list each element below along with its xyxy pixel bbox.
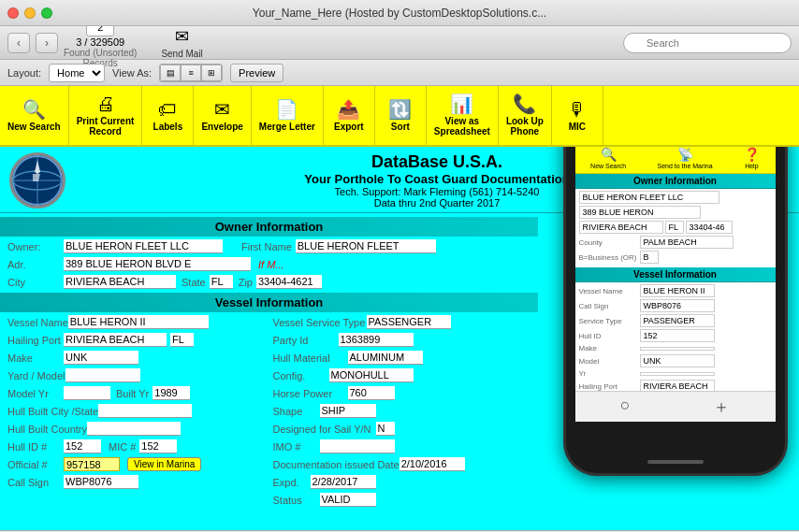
mail-icon[interactable]: ✉ <box>175 26 189 47</box>
adr-row: Adr. 389 BLUE HERON BLVD E If M... <box>7 257 530 271</box>
shape-label: Shape <box>273 406 320 417</box>
nav-forward-button[interactable]: › <box>36 33 58 53</box>
owner-value: BLUE HERON FLEET LLC <box>64 239 223 253</box>
sort-button[interactable]: 🔃 Sort <box>375 86 427 145</box>
phone-owner-name-row: BLUE HERON FLEET LLC <box>579 191 772 204</box>
make-value: UNK <box>64 351 138 365</box>
hull-country-row: Hull Built Country <box>7 422 266 436</box>
hull-country-value <box>87 422 181 436</box>
imo-row: IMO # <box>273 439 531 453</box>
spreadsheet-button[interactable]: 📊 View asSpreadsheet <box>427 86 499 145</box>
maximize-button[interactable] <box>41 7 52 19</box>
official-value: 957158 <box>64 457 120 471</box>
phone-vol-up-button <box>563 147 566 151</box>
phone-owner-city: RIVIERA BEACH <box>579 221 663 234</box>
owner-row: Owner: BLUE HERON FLEET LLC First Name B… <box>7 239 530 253</box>
view-as-label: View As: <box>112 67 152 79</box>
phone-home-indicator[interactable] <box>647 460 704 464</box>
yard-label: Yard / Model <box>7 370 65 381</box>
city-value: RIVIERA BEACH <box>64 275 176 289</box>
phone-make-label: Make <box>579 344 640 352</box>
model-yr-row: Model Yr Built Yr 1989 <box>7 386 266 400</box>
phone-make-value <box>640 347 715 351</box>
found-sub-text: Found (Unsorted) <box>64 48 137 58</box>
phone-owner-adr-row: 389 BLUE HERON <box>579 206 772 219</box>
logo-circle <box>9 152 65 208</box>
hull-id-row: Hull ID # 152 MIC # 152 <box>7 439 266 453</box>
built-yr-value: 1989 <box>153 386 190 400</box>
layout-select[interactable]: Home <box>49 64 105 82</box>
export-icon: 📤 <box>337 100 360 119</box>
preview-button[interactable]: Preview <box>230 64 283 82</box>
built-yr-label: Built Yr <box>116 388 149 399</box>
nav-back-button[interactable]: ‹ <box>7 33 30 53</box>
search-wrapper: 🔍 <box>623 33 792 53</box>
export-button[interactable]: 📤 Export <box>324 86 375 145</box>
hull-material-label: Hull Material <box>273 352 348 364</box>
first-name-value: BLUE HERON FLEET <box>296 239 436 253</box>
vessel-service-row: Vessel Service Type PASSENGER <box>273 315 531 329</box>
phone-send-marina-button[interactable]: 📡 Send to the Marina <box>657 147 712 169</box>
adr-value: 389 BLUE HERON BLVD E <box>64 257 251 271</box>
close-button[interactable] <box>7 7 19 19</box>
phone-toolbar: 🔍 New Search 📡 Send to the Marina ❓ Help <box>575 147 776 174</box>
hailing-port-label: Hailing Port <box>7 335 64 346</box>
logo-area <box>9 152 65 208</box>
mic-button[interactable]: 🎙 MIC <box>552 86 603 145</box>
send-mail-group: ✉ Send Mail <box>161 26 202 59</box>
phone-callsign-row: Call Sign WBP8076 <box>579 299 772 312</box>
minimize-button[interactable] <box>24 7 36 19</box>
toolbar-row1: ‹ › 3 / 329509 Found (Unsorted) Records … <box>0 26 799 60</box>
expd-row: Expd. 2/28/2017 <box>273 475 531 489</box>
sort-label: Sort <box>391 122 410 132</box>
config-row: Config. MONOHULL <box>273 368 531 382</box>
party-id-row: Party Id 1363899 <box>273 333 531 347</box>
party-id-value: 1363899 <box>339 333 414 347</box>
view-table-button[interactable]: ⊞ <box>201 65 222 81</box>
make-label: Make <box>7 352 64 364</box>
merge-label: Merge Letter <box>259 122 315 132</box>
main-content: DataBase U.S.A. Your Porthole To Coast G… <box>0 147 799 530</box>
phone-yr-value <box>640 372 715 376</box>
phone-owner-zip: 33404-46 <box>686 221 733 234</box>
phone-new-search-label: New Search <box>590 163 626 169</box>
first-name-label: First Name <box>241 241 292 252</box>
view-in-marina-button[interactable]: View in Marina <box>127 457 201 471</box>
view-list-button[interactable]: ≡ <box>181 65 201 81</box>
vessel-left-col: Vessel Name BLUE HERON II Hailing Port R… <box>7 315 269 510</box>
vessel-info: Vessel Name BLUE HERON II Hailing Port R… <box>0 315 538 510</box>
phone-home-circle[interactable]: ○ <box>620 395 631 418</box>
city-label: City <box>7 277 64 288</box>
found-text: 3 / 329509 <box>76 36 124 48</box>
lookup-phone-button[interactable]: 📞 Look UpPhone <box>499 86 552 145</box>
lookup-phone-label: Look UpPhone <box>506 116 544 137</box>
phone-help-label: Help <box>745 163 758 169</box>
phone-help-button[interactable]: ❓ Help <box>744 147 760 169</box>
hull-city-row: Hull Built City /State <box>7 404 266 418</box>
owner-label: Owner: <box>7 241 64 252</box>
hull-material-value: ALUMINUM <box>348 351 423 365</box>
labels-button[interactable]: 🏷 Labels <box>142 86 194 145</box>
shape-value: SHIP <box>320 404 376 418</box>
hull-material-row: Hull Material ALUMINUM <box>273 351 531 365</box>
designed-sail-value: N <box>376 422 395 436</box>
phone-new-search-button[interactable]: 🔍 New Search <box>590 147 626 169</box>
horse-power-value: 760 <box>348 386 395 400</box>
phone-hullid-label: Hull ID <box>579 332 640 340</box>
phone-hullid-row: Hull ID 152 <box>579 329 772 342</box>
yard-row: Yard / Model <box>7 368 266 382</box>
view-form-button[interactable]: ▤ <box>160 65 181 81</box>
phone-biz-label: B=Business (OR) <box>579 253 640 262</box>
envelope-button[interactable]: ✉ Envelope <box>194 86 251 145</box>
mic-value: 152 <box>139 439 177 453</box>
imo-value <box>320 439 395 453</box>
phone-biz-value: B <box>640 251 659 264</box>
merge-letter-button[interactable]: 📄 Merge Letter <box>252 86 324 145</box>
phone-model-label: Model <box>579 357 640 366</box>
search-input[interactable] <box>623 33 792 53</box>
if-marker: If M... <box>258 259 284 270</box>
print-record-button[interactable]: 🖨 Print CurrentRecord <box>69 86 143 145</box>
phone-county-row: County PALM BEACH <box>579 236 772 249</box>
new-search-button[interactable]: 🔍 New Search <box>0 86 69 145</box>
phone-plus-button[interactable]: ＋ <box>713 395 730 418</box>
